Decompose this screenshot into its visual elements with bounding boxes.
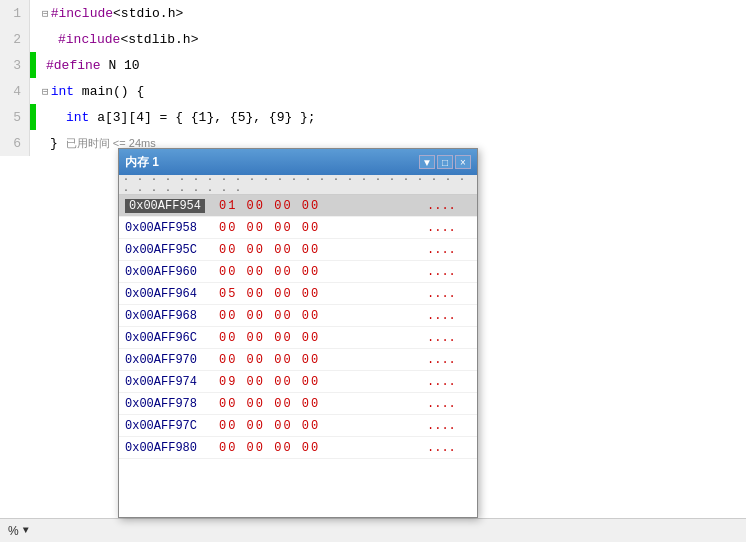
line-number-3: 3 [0, 52, 30, 78]
int-keyword-4: int [51, 84, 74, 99]
memory-ascii: .... [427, 331, 477, 345]
line-number-1: 1 [0, 0, 30, 26]
memory-ascii: .... [427, 375, 477, 389]
memory-titlebar: 内存 1 ▼ □ × [119, 149, 477, 175]
line-content-4: ⊟int main() { [36, 84, 144, 99]
memory-bytes: 00 00 00 00 [219, 441, 427, 455]
memory-row: 0x00AFF97000 00 00 00.... [119, 349, 477, 371]
memory-row: 0x00AFF97800 00 00 00.... [119, 393, 477, 415]
memory-address: 0x00AFF978 [119, 397, 219, 411]
memory-row: 0x00AFF97409 00 00 00.... [119, 371, 477, 393]
memory-bytes: 00 00 00 00 [219, 243, 427, 257]
memory-bytes: 00 00 00 00 [219, 221, 427, 235]
memory-address: 0x00AFF960 [119, 265, 219, 279]
include-keyword-2: #include [58, 32, 120, 47]
memory-ascii: .... [427, 309, 477, 323]
memory-bytes: 09 00 00 00 [219, 375, 427, 389]
memory-address: 0x00AFF95C [119, 243, 219, 257]
memory-bytes: 01 00 00 00 [219, 199, 427, 213]
memory-bytes: 00 00 00 00 [219, 419, 427, 433]
memory-row: 0x00AFF98000 00 00 00.... [119, 437, 477, 459]
memory-address: 0x00AFF968 [119, 309, 219, 323]
memory-ascii: .... [427, 287, 477, 301]
memory-ascii: .... [427, 441, 477, 455]
memory-address: 0x00AFF970 [119, 353, 219, 367]
zoom-percent: % [8, 524, 19, 538]
line-number-4: 4 [0, 78, 30, 104]
collapse-icon-1[interactable]: ⊟ [42, 7, 49, 20]
zoom-arrow-icon[interactable]: ▼ [23, 525, 29, 536]
memory-address: 0x00AFF954 [119, 199, 219, 213]
memory-address: 0x00AFF97C [119, 419, 219, 433]
selected-address: 0x00AFF954 [125, 199, 205, 213]
memory-close-button[interactable]: × [455, 155, 471, 169]
memory-row: 0x00AFF95C00 00 00 00.... [119, 239, 477, 261]
collapse-icon-4[interactable]: ⊟ [42, 85, 49, 98]
code-line-1: 1 ⊟#include<stdio.h> [0, 0, 746, 26]
memory-content[interactable]: 0x00AFF95401 00 00 00....0x00AFF95800 00… [119, 195, 477, 517]
line-number-5: 5 [0, 104, 30, 130]
memory-window: 内存 1 ▼ □ × · · · · · · · · · · · · · · ·… [118, 148, 478, 518]
memory-row: 0x00AFF95401 00 00 00.... [119, 195, 477, 217]
line-number-2: 2 [0, 26, 30, 52]
memory-dropdown-button[interactable]: ▼ [419, 155, 435, 169]
memory-bytes: 00 00 00 00 [219, 309, 427, 323]
int-keyword-5: int [66, 110, 89, 125]
memory-row: 0x00AFF97C00 00 00 00.... [119, 415, 477, 437]
toolbar-handle: · · · · · · · · · · · · · · · · · · · · … [123, 174, 473, 196]
memory-ascii: .... [427, 397, 477, 411]
code-line-3: 3 #define N 10 [0, 52, 746, 78]
memory-ascii: .... [427, 419, 477, 433]
line-content-5: int a[3][4] = { {1}, {5}, {9} }; [36, 110, 316, 125]
memory-title: 内存 1 [125, 154, 419, 171]
memory-address: 0x00AFF96C [119, 331, 219, 345]
line-content-1: ⊟#include<stdio.h> [36, 6, 183, 21]
code-editor: 1 ⊟#include<stdio.h> 2 #include<stdlib.h… [0, 0, 746, 542]
memory-titlebar-controls: ▼ □ × [419, 155, 471, 169]
code-line-4: 4 ⊟int main() { [0, 78, 746, 104]
memory-bytes: 05 00 00 00 [219, 287, 427, 301]
memory-ascii: .... [427, 199, 477, 213]
memory-toolbar: · · · · · · · · · · · · · · · · · · · · … [119, 175, 477, 195]
memory-address: 0x00AFF980 [119, 441, 219, 455]
include-keyword-1: #include [51, 6, 113, 21]
memory-address: 0x00AFF974 [119, 375, 219, 389]
memory-address: 0x00AFF964 [119, 287, 219, 301]
memory-ascii: .... [427, 353, 477, 367]
memory-bytes: 00 00 00 00 [219, 331, 427, 345]
memory-row: 0x00AFF96C00 00 00 00.... [119, 327, 477, 349]
status-bar: % ▼ [0, 518, 746, 542]
memory-restore-button[interactable]: □ [437, 155, 453, 169]
memory-ascii: .... [427, 265, 477, 279]
memory-row: 0x00AFF95800 00 00 00.... [119, 217, 477, 239]
code-line-5: 5 int a[3][4] = { {1}, {5}, {9} }; [0, 104, 746, 130]
code-lines: 1 ⊟#include<stdio.h> 2 #include<stdlib.h… [0, 0, 746, 156]
memory-bytes: 00 00 00 00 [219, 397, 427, 411]
memory-row: 0x00AFF96800 00 00 00.... [119, 305, 477, 327]
code-line-2: 2 #include<stdlib.h> [0, 26, 746, 52]
memory-bytes: 00 00 00 00 [219, 265, 427, 279]
line-number-6: 6 [0, 130, 30, 156]
line-content-2: #include<stdlib.h> [36, 32, 198, 47]
memory-ascii: .... [427, 221, 477, 235]
line-content-3: #define N 10 [36, 58, 140, 73]
memory-bytes: 00 00 00 00 [219, 353, 427, 367]
memory-row: 0x00AFF96405 00 00 00.... [119, 283, 477, 305]
define-keyword: #define [46, 58, 101, 73]
memory-row: 0x00AFF96000 00 00 00.... [119, 261, 477, 283]
memory-address: 0x00AFF958 [119, 221, 219, 235]
memory-ascii: .... [427, 243, 477, 257]
